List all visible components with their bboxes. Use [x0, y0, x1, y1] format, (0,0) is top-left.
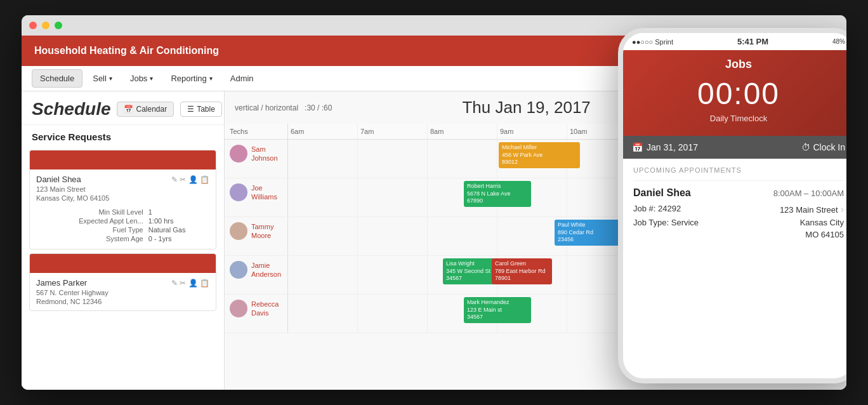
service-card-banner-2 — [30, 254, 216, 273]
calendar-view-btn[interactable]: 📅 Calendar — [117, 102, 174, 117]
timeslot-9am: 9am — [497, 124, 567, 139]
tech-cell-rebecca: Rebecca Davis — [225, 295, 288, 333]
tech-name-jamie: Jamie Anderson — [251, 261, 282, 279]
slot-cell — [288, 178, 358, 216]
table-row: Expected Appt Len... 1:00 hrs — [37, 217, 208, 225]
time-toggle[interactable]: :30 / :60 — [305, 103, 332, 112]
mobile-date-bar: 📅 Jan 31, 2017 ⏱ Clock In — [623, 136, 846, 159]
clock-icon: ⏱ — [801, 142, 810, 152]
timeslot-7am: 7am — [358, 124, 428, 139]
tech-name-rebecca: Rebecca Davis — [251, 300, 282, 318]
tech-avatar-rebecca — [230, 300, 247, 317]
table-row: Min Skill Level 1 — [37, 208, 208, 216]
appt-mark-hernandez[interactable]: Mark Hernandez123 E Main st34567 — [464, 297, 531, 323]
mobile-clock-label: Daily Timeclock — [633, 114, 844, 123]
service-card-name-2: James Parker ✎ ✂ 👤 📋 — [36, 278, 209, 288]
service-card-banner-1 — [30, 150, 216, 169]
mobile-upcoming: UPCOMING APPOINTMENTS Daniel Shea 8:00AM… — [623, 159, 846, 247]
tech-cell-tammy: Tammy Moore — [225, 217, 288, 255]
calendar-icon: 📅 — [124, 105, 133, 114]
mobile-status-bar: ●●○○○ Sprint 5:41 PM 48% — [623, 33, 846, 50]
appt-job-number: Job #: 24292 123 Main Street › — [633, 204, 844, 215]
service-card-addr1-1: 123 Main Street — [36, 185, 209, 193]
nav-schedule[interactable]: Schedule — [32, 69, 82, 88]
service-card-icons-2: ✎ ✂ 👤 📋 — [171, 279, 209, 288]
nav-reporting[interactable]: Reporting ▾ — [163, 70, 220, 87]
table-row: System Age 0 - 1yrs — [37, 235, 208, 242]
table-row: Fuel Type Natural Gas — [37, 226, 208, 234]
company-name: Household Heating & Air Conditioning — [34, 45, 634, 56]
calendar-date: Thu Jan 19, 2017 — [462, 98, 590, 117]
mobile-time: 5:41 PM — [737, 37, 768, 46]
slot-cell — [288, 217, 358, 255]
slot-cell — [288, 256, 358, 294]
calendar-icon-mobile: 📅 — [632, 142, 643, 152]
slot-cell — [428, 140, 497, 178]
service-card-name-1: Daniel Shea ✎ ✂ 👤 📋 — [36, 175, 209, 184]
table-icon: ☰ — [187, 105, 194, 114]
slot-cell — [358, 295, 428, 333]
clock-in-button[interactable]: ⏱ Clock In — [801, 142, 845, 152]
tech-cell-sam: Sam Johnson — [225, 140, 288, 178]
slot-cell — [288, 140, 358, 178]
service-card-details-1: Min Skill Level 1 Expected Appt Len... 1… — [36, 207, 209, 244]
mac-window: Household Heating & Air Conditioning ✱pa… — [22, 15, 846, 390]
tech-name-sam: Sam Johnson — [251, 145, 282, 163]
minimize-btn[interactable] — [42, 22, 49, 29]
layout-toggle[interactable]: vertical / horizontal — [235, 103, 298, 112]
appt-carol-green[interactable]: Carol Green789 East Harbor Rd78901 — [492, 258, 552, 284]
mobile-carrier: ●●○○○ Sprint — [632, 38, 673, 46]
timeslot-6am: 6am — [288, 124, 358, 139]
nav-admin[interactable]: Admin — [223, 70, 261, 87]
service-card-body-1: Daniel Shea ✎ ✂ 👤 📋 123 Main Street Kans… — [30, 169, 216, 249]
timeslot-8am: 8am — [428, 124, 497, 139]
jobs-caret: ▾ — [150, 75, 153, 82]
tech-avatar-tammy — [230, 222, 247, 240]
service-card-addr2-2: Redmond, NC 12346 — [36, 298, 209, 305]
mobile-battery: 48% — [832, 38, 845, 45]
appt-city-state: MO 64105 — [633, 230, 844, 239]
slot-cell — [428, 217, 497, 255]
appt-job-type: Job Type: Service Kansas City — [633, 218, 844, 227]
mobile-header: Jobs 00:00 Daily Timeclock — [623, 50, 846, 136]
slot-cell — [358, 140, 428, 178]
service-card-icons-1: ✎ ✂ 👤 📋 — [171, 175, 209, 184]
nav-jobs[interactable]: Jobs ▾ — [122, 70, 161, 87]
tech-name-joe: Joe Williams — [251, 183, 282, 202]
appt-time: 8:00AM – 10:00AM — [773, 189, 844, 198]
sell-caret: ▾ — [109, 75, 112, 82]
tech-avatar-joe — [230, 183, 247, 201]
mobile-clock-display: 00:00 — [633, 76, 844, 111]
service-requests-header: Service Requests — [22, 125, 224, 146]
appt-michael-miller[interactable]: Michael Miller456 W Park Ave89012 — [499, 142, 580, 168]
schedule-title-bar: Schedule 📅 Calendar ☰ Table 🌐 GIS — [22, 91, 224, 125]
appt-details: Job #: 24292 123 Main Street › Job Type:… — [633, 204, 844, 239]
service-card-addr1-2: 567 N. Center Highway — [36, 289, 209, 296]
slot-cell — [358, 256, 428, 294]
reporting-caret: ▾ — [209, 75, 213, 82]
schedule-title: Schedule — [32, 99, 110, 119]
appt-robert-harris[interactable]: Robert Harris5678 N Lake Ave67890 — [464, 181, 531, 207]
mobile-appointment: Daniel Shea 8:00AM – 10:00AM Job #: 2429… — [633, 180, 844, 239]
appt-name: Daniel Shea — [633, 187, 691, 199]
service-card-table-1: Min Skill Level 1 Expected Appt Len... 1… — [36, 207, 209, 244]
slot-cell — [358, 178, 428, 216]
service-card-body-2: James Parker ✎ ✂ 👤 📋 567 N. Center Highw… — [30, 273, 216, 310]
slot-cell — [288, 295, 358, 333]
techs-column-header: Techs — [225, 124, 288, 139]
table-view-btn[interactable]: ☰ Table — [180, 102, 222, 117]
mobile-date: 📅 Jan 31, 2017 — [632, 142, 698, 152]
slot-cell — [358, 217, 428, 255]
maximize-btn[interactable] — [55, 22, 62, 29]
service-card-daniel: Daniel Shea ✎ ✂ 👤 📋 123 Main Street Kans… — [29, 150, 216, 249]
sidebar: Schedule 📅 Calendar ☰ Table 🌐 GIS Servic… — [22, 91, 225, 390]
close-btn[interactable] — [29, 22, 37, 29]
tech-cell-joe: Joe Williams — [225, 178, 288, 216]
nav-sell[interactable]: Sell ▾ — [85, 70, 120, 87]
mobile-device: ●●○○○ Sprint 5:41 PM 48% Jobs 00:00 Dail… — [618, 28, 846, 383]
tech-name-tammy: Tammy Moore — [251, 222, 282, 241]
tech-avatar-sam — [230, 145, 247, 163]
tech-cell-jamie: Jamie Anderson — [225, 256, 288, 294]
upcoming-label: UPCOMING APPOINTMENTS — [633, 166, 844, 174]
chevron-right-icon: › — [841, 204, 844, 215]
